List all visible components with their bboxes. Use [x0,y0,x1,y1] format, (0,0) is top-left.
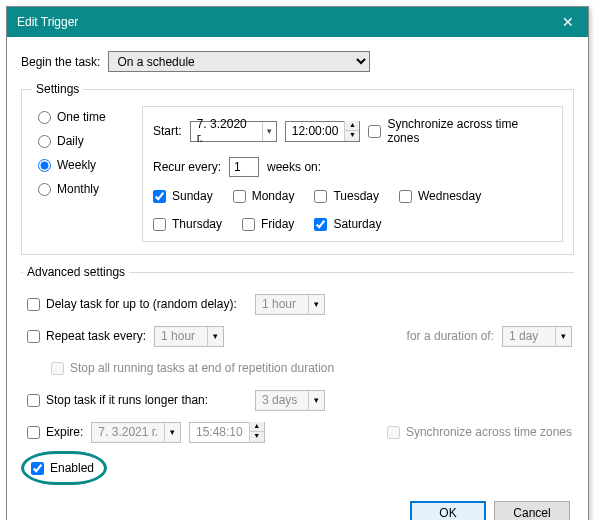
begin-task-select[interactable]: On a schedule [108,51,370,72]
checkbox-sunday[interactable] [153,190,166,203]
sync-timezones-checkbox[interactable] [368,125,381,138]
repeat-task[interactable]: Repeat task every: [27,329,146,343]
checkbox-monday[interactable] [233,190,246,203]
time-spinner-down-icon[interactable]: ▼ [345,131,359,141]
expire-date-picker[interactable]: 7. 3.2021 г. ▾ [91,422,181,443]
titlebar[interactable]: Edit Trigger ✕ [7,7,588,37]
settings-group: Settings One time Daily Weekly [21,82,574,255]
radio-one-time[interactable] [38,111,51,124]
checkbox-thursday[interactable] [153,218,166,231]
checkbox-friday[interactable] [242,218,255,231]
cancel-button[interactable]: Cancel [494,501,570,520]
schedule-daily[interactable]: Daily [38,134,126,148]
time-spinner-up-icon[interactable]: ▲ [250,422,264,432]
expire-checkbox[interactable] [27,426,40,439]
stop-repetition-checkbox [51,362,64,375]
sync-timezones[interactable]: Synchronize across time zones [368,117,552,145]
radio-monthly[interactable] [38,183,51,196]
radio-weekly[interactable] [38,159,51,172]
delay-checkbox[interactable] [27,298,40,311]
chevron-down-icon[interactable]: ▾ [308,391,324,410]
expire[interactable]: Expire: [27,425,83,439]
chevron-down-icon[interactable]: ▾ [555,327,571,346]
start-label: Start: [153,124,182,138]
advanced-legend: Advanced settings [23,265,129,279]
radio-daily[interactable] [38,135,51,148]
checkbox-tuesday[interactable] [314,190,327,203]
day-sunday[interactable]: Sunday [153,189,213,203]
chevron-down-icon[interactable]: ▾ [262,122,272,141]
day-wednesday[interactable]: Wednesday [399,189,481,203]
day-saturday[interactable]: Saturday [314,217,381,231]
day-tuesday[interactable]: Tuesday [314,189,379,203]
window-title: Edit Trigger [17,15,558,29]
duration-label: for a duration of: [407,329,494,343]
day-thursday[interactable]: Thursday [153,217,222,231]
edit-trigger-dialog: Edit Trigger ✕ Begin the task: On a sche… [6,6,589,520]
stop-after-combo[interactable]: 3 days ▾ [255,390,325,411]
repeat-checkbox[interactable] [27,330,40,343]
repeat-every-combo[interactable]: 1 hour ▾ [154,326,224,347]
recur-label-before: Recur every: [153,160,221,174]
start-time-picker[interactable]: 12:00:00 ▲ ▼ [285,121,361,142]
expire-time-picker[interactable]: 15:48:10 ▲ ▼ [189,422,265,443]
recur-every-input[interactable] [229,157,259,177]
delay-value-combo[interactable]: 1 hour ▾ [255,294,325,315]
duration-combo[interactable]: 1 day ▾ [502,326,572,347]
chevron-down-icon[interactable]: ▾ [164,423,180,442]
repeat-label: Repeat task every: [46,329,146,343]
stop-after-label: Stop task if it runs longer than: [46,393,208,407]
stop-at-repetition-end: Stop all running tasks at end of repetit… [51,361,334,375]
expire-sync-checkbox [387,426,400,439]
settings-legend: Settings [32,82,83,96]
expire-label: Expire: [46,425,83,439]
time-spinner-up-icon[interactable]: ▲ [345,121,359,131]
checkbox-wednesday[interactable] [399,190,412,203]
delay-label: Delay task for up to (random delay): [46,297,237,311]
expire-sync-timezones: Synchronize across time zones [387,425,572,439]
schedule-weekly[interactable]: Weekly [38,158,126,172]
day-friday[interactable]: Friday [242,217,294,231]
start-time-value: 12:00:00 [286,124,345,138]
checkbox-saturday[interactable] [314,218,327,231]
time-spinner-down-icon[interactable]: ▼ [250,432,264,442]
enabled-checkbox[interactable] [31,462,44,475]
chevron-down-icon[interactable]: ▾ [308,295,324,314]
schedule-panel: Start: 7. 3.2020 г. ▾ 12:00:00 ▲ ▼ [142,106,563,242]
start-date-picker[interactable]: 7. 3.2020 г. ▾ [190,121,277,142]
advanced-settings-group: Advanced settings Delay task for up to (… [21,265,574,481]
enabled-label: Enabled [50,461,94,475]
begin-task-label: Begin the task: [21,55,100,69]
schedule-one-time[interactable]: One time [38,110,126,124]
start-date-value: 7. 3.2020 г. [197,117,256,145]
schedule-monthly[interactable]: Monthly [38,182,126,196]
day-monday[interactable]: Monday [233,189,295,203]
ok-button[interactable]: OK [410,501,486,520]
chevron-down-icon[interactable]: ▾ [207,327,223,346]
stop-after-checkbox[interactable] [27,394,40,407]
close-icon[interactable]: ✕ [558,14,578,30]
recur-label-after: weeks on: [267,160,321,174]
